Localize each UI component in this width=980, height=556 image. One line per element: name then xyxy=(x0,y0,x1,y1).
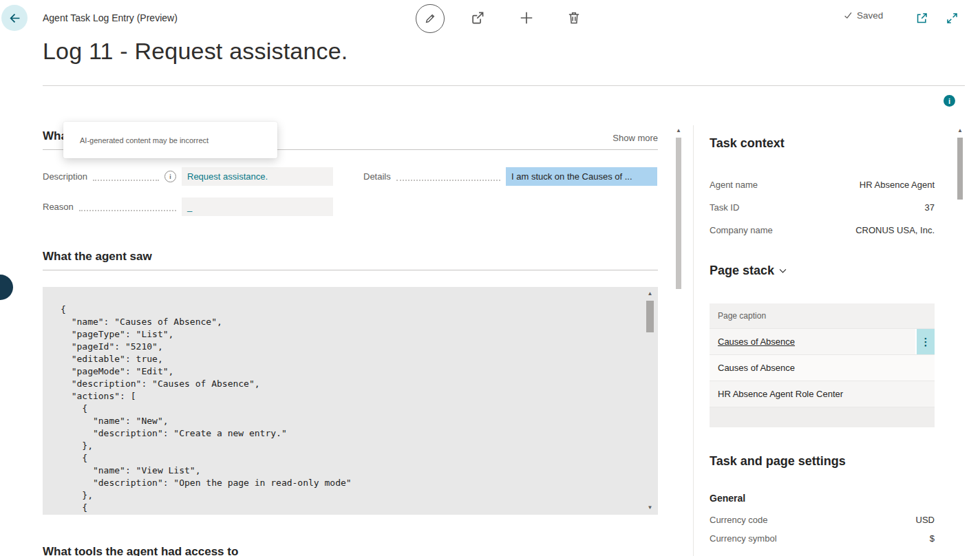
description-label: Description xyxy=(43,171,87,182)
table-row[interactable]: Causes of Absence ⋮ xyxy=(710,329,935,355)
dotted-leader xyxy=(396,179,500,181)
page-stack-header[interactable]: Page stack xyxy=(710,264,787,278)
share-button[interactable] xyxy=(470,10,485,25)
edit-button[interactable] xyxy=(416,4,445,33)
general-group-label: General xyxy=(710,493,745,504)
chevron-down-icon xyxy=(778,266,787,275)
agent-saw-code: { "name": "Causes of Absence", "pageType… xyxy=(61,303,352,514)
main-scrollbar-thumb[interactable] xyxy=(676,138,681,289)
company-name-value: CRONUS USA, Inc. xyxy=(855,225,935,235)
fact-row: Company name CRONUS USA, Inc. xyxy=(710,219,935,242)
settings-rows: Currency code USD Currency symbol $ xyxy=(710,511,935,548)
dotted-leader xyxy=(79,209,176,211)
save-status-label: Saved xyxy=(857,10,883,21)
factbox-scrollbar-thumb[interactable] xyxy=(957,138,963,200)
factbox-scrollbar[interactable]: ▲ xyxy=(955,127,965,556)
page-caption-column-header: Page caption xyxy=(710,303,935,329)
fact-row: Task ID 37 xyxy=(710,196,935,219)
details-field-row: Details I am stuck on the Causes of ... xyxy=(363,167,657,186)
fact-row: Currency code USD xyxy=(710,511,935,529)
fact-row: Agent name HR Absence Agent xyxy=(710,173,935,196)
back-button[interactable] xyxy=(1,5,28,31)
agent-name-link[interactable]: HR Absence Agent xyxy=(860,180,935,190)
side-pane-handle[interactable] xyxy=(0,275,13,300)
scroll-up-icon[interactable]: ▲ xyxy=(674,127,683,135)
factbox-divider xyxy=(693,125,694,556)
details-label: Details xyxy=(363,171,391,182)
page-stack-heading: Page stack xyxy=(710,264,774,278)
pencil-icon xyxy=(425,13,436,24)
reason-label: Reason xyxy=(43,202,74,212)
agent-saw-code-viewer[interactable]: { "name": "Causes of Absence", "pageType… xyxy=(43,287,658,515)
scroll-up-icon[interactable]: ▲ xyxy=(955,127,965,135)
currency-code-label: Currency code xyxy=(710,515,768,525)
settings-heading: Task and page settings xyxy=(710,454,846,469)
task-id-link[interactable]: 37 xyxy=(925,202,935,213)
save-status: Saved xyxy=(844,10,883,21)
window-caption: Agent Task Log Entry (Preview) xyxy=(43,0,178,36)
new-button[interactable] xyxy=(519,10,534,25)
back-arrow-icon xyxy=(9,12,21,24)
details-value: I am stuck on the Causes of ... xyxy=(511,171,632,182)
reason-field-row: Reason _ xyxy=(43,197,333,216)
show-more-button[interactable]: Show more xyxy=(612,133,658,143)
table-row[interactable]: Causes of Absence xyxy=(710,355,935,381)
main-scrollbar[interactable]: ▲ xyxy=(674,127,683,556)
check-icon xyxy=(844,11,853,20)
reason-value: _ xyxy=(187,202,192,212)
page-stack-row-link[interactable]: Causes of Absence xyxy=(718,336,795,347)
currency-symbol-value: $ xyxy=(930,533,935,544)
description-field-row: Description i Request assistance. xyxy=(43,167,333,186)
info-icon[interactable]: i xyxy=(944,95,955,107)
ai-disclaimer-text: AI-generated content may be incorrect xyxy=(80,136,209,145)
table-row[interactable]: HR Absence Agent Role Center xyxy=(710,381,935,407)
share-icon xyxy=(470,10,485,25)
details-input[interactable]: I am stuck on the Causes of ... xyxy=(506,167,657,186)
currency-code-value: USD xyxy=(916,515,935,525)
currency-symbol-label: Currency symbol xyxy=(710,533,777,544)
scroll-down-icon[interactable]: ▼ xyxy=(645,504,655,512)
dotted-leader xyxy=(93,179,159,181)
company-name-label: Company name xyxy=(710,225,773,235)
code-scrollbar[interactable]: ▲ ▼ xyxy=(645,290,655,512)
reason-input[interactable]: _ xyxy=(182,197,333,216)
code-scrollbar-thumb[interactable] xyxy=(646,301,654,332)
scroll-up-icon[interactable]: ▲ xyxy=(645,290,655,298)
task-context-heading: Task context xyxy=(710,136,785,151)
page-stack-row-label: HR Absence Agent Role Center xyxy=(718,389,843,399)
expand-icon xyxy=(946,12,959,25)
expand-page-button[interactable] xyxy=(946,12,959,25)
agent-task-log-page: { "header": { "app_title": "Agent Task L… xyxy=(0,0,980,556)
agent-name-label: Agent name xyxy=(710,180,758,190)
tools-section-heading: What tools the agent had access to xyxy=(43,545,238,556)
field-info-icon[interactable]: i xyxy=(164,171,176,182)
open-in-window-button[interactable] xyxy=(915,12,928,25)
ai-disclaimer-tooltip: AI-generated content may be incorrect xyxy=(63,122,277,158)
table-row-empty xyxy=(710,407,935,427)
title-divider xyxy=(43,85,965,86)
agent-saw-header: What the agent saw xyxy=(43,249,658,270)
page-stack-row-label: Causes of Absence xyxy=(718,363,795,373)
agent-saw-heading: What the agent saw xyxy=(43,250,152,264)
task-id-label: Task ID xyxy=(710,202,739,213)
description-value: Request assistance. xyxy=(187,171,268,182)
page-title: Log 11 - Request assistance. xyxy=(43,38,348,65)
row-ellipsis-icon[interactable]: ⋮ xyxy=(915,329,935,354)
plus-icon xyxy=(519,10,534,25)
delete-button[interactable] xyxy=(566,10,582,25)
fact-row: Currency symbol $ xyxy=(710,529,935,548)
trash-icon xyxy=(566,10,582,25)
popout-icon xyxy=(915,12,928,25)
page-stack-table: Page caption Causes of Absence ⋮ Causes … xyxy=(710,303,935,427)
task-context-rows: Agent name HR Absence Agent Task ID 37 C… xyxy=(710,173,935,242)
description-input[interactable]: Request assistance. xyxy=(182,167,333,186)
